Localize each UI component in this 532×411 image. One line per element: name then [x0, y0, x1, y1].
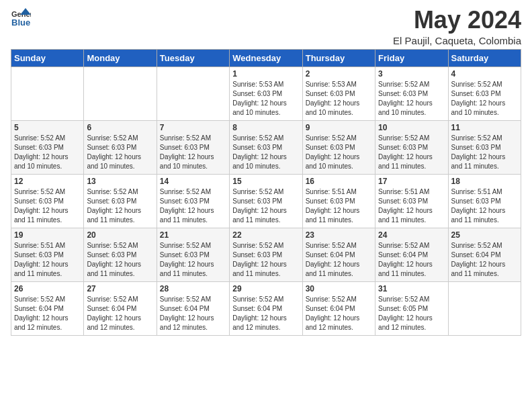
col-saturday: Saturday: [448, 49, 521, 66]
cell-info: Sunrise: 5:52 AM Sunset: 6:03 PM Dayligh…: [378, 134, 445, 171]
cell-info: Sunrise: 5:52 AM Sunset: 6:03 PM Dayligh…: [232, 187, 299, 225]
cell-info: Sunrise: 5:52 AM Sunset: 6:03 PM Dayligh…: [87, 241, 153, 279]
cell-info: Sunrise: 5:52 AM Sunset: 6:04 PM Dayligh…: [378, 241, 445, 279]
cell-info: Sunrise: 5:52 AM Sunset: 6:03 PM Dayligh…: [14, 134, 81, 171]
cell-info: Sunrise: 5:52 AM Sunset: 6:03 PM Dayligh…: [378, 80, 445, 118]
cell-5-5: 30Sunrise: 5:52 AM Sunset: 6:04 PM Dayli…: [302, 281, 375, 335]
cell-info: Sunrise: 5:52 AM Sunset: 6:04 PM Dayligh…: [306, 241, 372, 279]
cell-5-7: [448, 281, 521, 335]
cell-3-3: 14Sunrise: 5:52 AM Sunset: 6:03 PM Dayli…: [157, 174, 229, 228]
col-thursday: Thursday: [302, 49, 375, 66]
cell-day: 9: [306, 123, 372, 132]
cell-3-2: 13Sunrise: 5:52 AM Sunset: 6:03 PM Dayli…: [84, 174, 157, 228]
title-section: May 2024 El Paujil, Caqueta, Colombia: [393, 7, 521, 46]
cell-day: 17: [378, 177, 445, 186]
cell-1-3: [157, 66, 229, 120]
cell-day: 18: [451, 177, 518, 186]
cell-info: Sunrise: 5:52 AM Sunset: 6:03 PM Dayligh…: [87, 187, 153, 225]
svg-text:Blue: Blue: [11, 17, 30, 28]
col-monday: Monday: [84, 49, 157, 66]
cell-5-1: 26Sunrise: 5:52 AM Sunset: 6:04 PM Dayli…: [11, 281, 84, 335]
cell-1-7: 4Sunrise: 5:52 AM Sunset: 6:03 PM Daylig…: [448, 66, 521, 120]
cell-info: Sunrise: 5:52 AM Sunset: 6:04 PM Dayligh…: [14, 295, 81, 332]
cell-3-6: 17Sunrise: 5:51 AM Sunset: 6:03 PM Dayli…: [375, 174, 448, 228]
cell-4-3: 21Sunrise: 5:52 AM Sunset: 6:03 PM Dayli…: [157, 228, 229, 281]
week-row-2: 5Sunrise: 5:52 AM Sunset: 6:03 PM Daylig…: [11, 120, 521, 174]
cell-2-4: 8Sunrise: 5:52 AM Sunset: 6:03 PM Daylig…: [230, 120, 302, 174]
cell-day: 25: [451, 230, 518, 240]
logo: General Blue: [11, 7, 31, 31]
cell-5-2: 27Sunrise: 5:52 AM Sunset: 6:04 PM Dayli…: [84, 281, 157, 335]
week-row-5: 26Sunrise: 5:52 AM Sunset: 6:04 PM Dayli…: [11, 281, 521, 335]
cell-1-1: [11, 66, 84, 120]
cell-1-4: 1Sunrise: 5:53 AM Sunset: 6:03 PM Daylig…: [230, 66, 302, 120]
cell-1-6: 3Sunrise: 5:52 AM Sunset: 6:03 PM Daylig…: [375, 66, 448, 120]
cell-info: Sunrise: 5:53 AM Sunset: 6:03 PM Dayligh…: [306, 80, 372, 118]
cell-day: 10: [378, 123, 445, 132]
cell-2-5: 9Sunrise: 5:52 AM Sunset: 6:03 PM Daylig…: [302, 120, 375, 174]
cell-day: 5: [14, 123, 81, 132]
cell-info: Sunrise: 5:52 AM Sunset: 6:03 PM Dayligh…: [14, 187, 81, 225]
cell-day: 21: [160, 230, 226, 240]
cell-info: Sunrise: 5:52 AM Sunset: 6:04 PM Dayligh…: [306, 295, 372, 332]
cell-info: Sunrise: 5:51 AM Sunset: 6:03 PM Dayligh…: [14, 241, 81, 279]
header: General Blue May 2024 El Paujil, Caqueta…: [11, 7, 521, 46]
cell-3-4: 15Sunrise: 5:52 AM Sunset: 6:03 PM Dayli…: [230, 174, 302, 228]
cell-2-6: 10Sunrise: 5:52 AM Sunset: 6:03 PM Dayli…: [375, 120, 448, 174]
cell-info: Sunrise: 5:52 AM Sunset: 6:03 PM Dayligh…: [232, 241, 299, 279]
cell-day: 6: [87, 123, 153, 132]
col-wednesday: Wednesday: [230, 49, 302, 66]
cell-day: 26: [14, 284, 81, 293]
cell-info: Sunrise: 5:52 AM Sunset: 6:03 PM Dayligh…: [451, 80, 518, 118]
col-tuesday: Tuesday: [157, 49, 229, 66]
cell-info: Sunrise: 5:52 AM Sunset: 6:05 PM Dayligh…: [378, 295, 445, 332]
week-row-3: 12Sunrise: 5:52 AM Sunset: 6:03 PM Dayli…: [11, 174, 521, 228]
cell-2-1: 5Sunrise: 5:52 AM Sunset: 6:03 PM Daylig…: [11, 120, 84, 174]
cell-4-1: 19Sunrise: 5:51 AM Sunset: 6:03 PM Dayli…: [11, 228, 84, 281]
cell-info: Sunrise: 5:52 AM Sunset: 6:03 PM Dayligh…: [160, 241, 226, 279]
cell-2-2: 6Sunrise: 5:52 AM Sunset: 6:03 PM Daylig…: [84, 120, 157, 174]
cell-info: Sunrise: 5:51 AM Sunset: 6:03 PM Dayligh…: [451, 187, 518, 225]
week-row-1: 1Sunrise: 5:53 AM Sunset: 6:03 PM Daylig…: [11, 66, 521, 120]
calendar-table: Sunday Monday Tuesday Wednesday Thursday…: [11, 49, 521, 336]
cell-day: 20: [87, 230, 153, 240]
cell-info: Sunrise: 5:51 AM Sunset: 6:03 PM Dayligh…: [306, 187, 372, 225]
header-row: Sunday Monday Tuesday Wednesday Thursday…: [11, 49, 521, 66]
cell-day: 14: [160, 177, 226, 186]
cell-day: 15: [232, 177, 299, 186]
cell-day: 3: [378, 69, 445, 79]
cell-4-6: 24Sunrise: 5:52 AM Sunset: 6:04 PM Dayli…: [375, 228, 448, 281]
cell-day: 29: [232, 284, 299, 293]
cell-day: 30: [306, 284, 372, 293]
cell-info: Sunrise: 5:52 AM Sunset: 6:03 PM Dayligh…: [160, 187, 226, 225]
cell-info: Sunrise: 5:52 AM Sunset: 6:03 PM Dayligh…: [160, 134, 226, 171]
cell-day: 13: [87, 177, 153, 186]
cell-day: 2: [306, 69, 372, 79]
cell-day: 12: [14, 177, 81, 186]
cell-day: 16: [306, 177, 372, 186]
cell-3-1: 12Sunrise: 5:52 AM Sunset: 6:03 PM Dayli…: [11, 174, 84, 228]
cell-day: 28: [160, 284, 226, 293]
cell-info: Sunrise: 5:51 AM Sunset: 6:03 PM Dayligh…: [378, 187, 445, 225]
location: El Paujil, Caqueta, Colombia: [393, 35, 521, 46]
calendar-page: General Blue May 2024 El Paujil, Caqueta…: [0, 0, 532, 411]
cell-info: Sunrise: 5:52 AM Sunset: 6:04 PM Dayligh…: [87, 295, 153, 332]
cell-day: 22: [232, 230, 299, 240]
cell-day: 11: [451, 123, 518, 132]
cell-info: Sunrise: 5:52 AM Sunset: 6:03 PM Dayligh…: [87, 134, 153, 171]
cell-info: Sunrise: 5:52 AM Sunset: 6:04 PM Dayligh…: [232, 295, 299, 332]
cell-day: 7: [160, 123, 226, 132]
cell-day: 23: [306, 230, 372, 240]
cell-day: 19: [14, 230, 81, 240]
col-sunday: Sunday: [11, 49, 84, 66]
cell-5-6: 31Sunrise: 5:52 AM Sunset: 6:05 PM Dayli…: [375, 281, 448, 335]
cell-day: 4: [451, 69, 518, 79]
cell-info: Sunrise: 5:53 AM Sunset: 6:03 PM Dayligh…: [232, 80, 299, 118]
cell-3-5: 16Sunrise: 5:51 AM Sunset: 6:03 PM Dayli…: [302, 174, 375, 228]
cell-1-2: [84, 66, 157, 120]
cell-4-7: 25Sunrise: 5:52 AM Sunset: 6:04 PM Dayli…: [448, 228, 521, 281]
cell-5-4: 29Sunrise: 5:52 AM Sunset: 6:04 PM Dayli…: [230, 281, 302, 335]
cell-4-4: 22Sunrise: 5:52 AM Sunset: 6:03 PM Dayli…: [230, 228, 302, 281]
cell-5-3: 28Sunrise: 5:52 AM Sunset: 6:04 PM Dayli…: [157, 281, 229, 335]
week-row-4: 19Sunrise: 5:51 AM Sunset: 6:03 PM Dayli…: [11, 228, 521, 281]
